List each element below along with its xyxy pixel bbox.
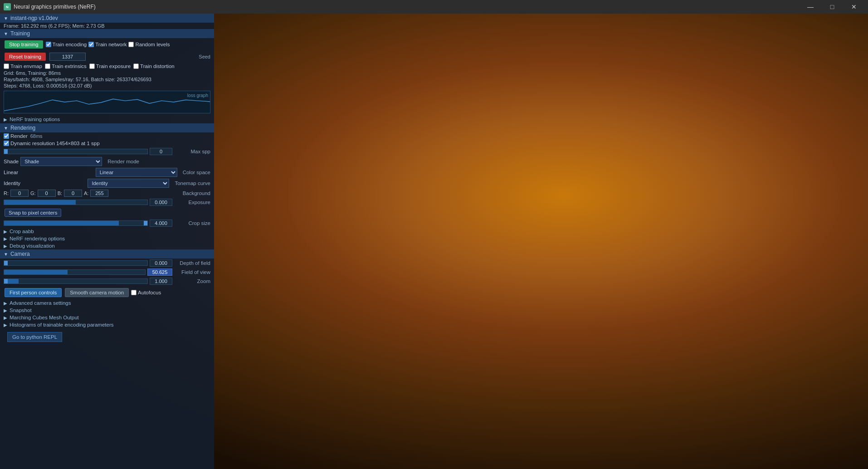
max-spp-label: Max spp (174, 149, 210, 154)
train-extrinsics-label: Train extrinsics (52, 64, 87, 69)
a-input[interactable] (90, 190, 108, 197)
exposure-label: Exposure (174, 200, 210, 205)
identity-label: Identity (4, 181, 20, 186)
dynamic-res-check[interactable]: Dynamic resolution 1454×803 at 1 spp (4, 141, 100, 146)
autofocus-check[interactable]: Autofocus (131, 290, 161, 295)
r-input[interactable] (10, 190, 29, 197)
render-time: 68ms (30, 133, 43, 139)
max-spp-slider[interactable] (4, 149, 148, 154)
nerf-rendering-row[interactable]: ▶ NeRF rendering options (0, 235, 214, 242)
a-label: A: (84, 191, 88, 196)
zoom-value: 1.000 (150, 278, 172, 285)
g-input[interactable] (38, 190, 56, 197)
train-extrinsics-check[interactable]: Train extrinsics (45, 64, 87, 69)
crop-thumb (144, 221, 147, 225)
histograms-arrow: ▶ (4, 322, 7, 327)
background-row: R: G: B: A: Background (0, 189, 214, 198)
train-distortion-label: Train distortion (140, 64, 175, 69)
exposure-slider[interactable] (4, 200, 148, 205)
app-icon: N (4, 3, 11, 10)
histograms-row[interactable]: ▶ Histograms of trainable encoding param… (0, 321, 214, 328)
g-label: G: (30, 191, 36, 196)
train-encoding-check[interactable]: Train encoding (46, 42, 87, 47)
debug-viz-label: Debug visualization (10, 243, 55, 249)
linear-label: Linear (4, 170, 18, 175)
loss-graph-svg (4, 91, 210, 113)
snapshot-row[interactable]: ▶ Snapshot (0, 307, 214, 314)
zoom-label: Zoom (174, 278, 210, 284)
histograms-label: Histograms of trainable encoding paramet… (10, 322, 113, 327)
dof-thumb[interactable] (4, 261, 8, 265)
shade-select[interactable]: Shade (20, 157, 102, 166)
shade-label: Shade (4, 159, 19, 164)
crop-value: 4.000 (150, 220, 172, 227)
debug-viz-row[interactable]: ▶ Debug visualization (0, 242, 214, 249)
snap-button[interactable]: Snap to pixel centers (5, 209, 61, 217)
fov-slider[interactable] (4, 269, 146, 275)
snap-row: Snap to pixel centers (0, 207, 214, 219)
minimize-button[interactable]: — (800, 0, 821, 14)
first-person-button[interactable]: First person controls (5, 288, 62, 297)
nerf-training-label: NeRF training options (10, 117, 60, 122)
random-levels-label: Random levels (135, 42, 170, 47)
stop-training-button[interactable]: Stop training (5, 40, 43, 49)
marching-cubes-row[interactable]: ▶ Marching Cubes Mesh Output (0, 314, 214, 321)
rays-info: Rays/batch: 4608, Samples/ray: 57.16, Ba… (0, 76, 214, 83)
loss-graph-label: loss graph (187, 93, 208, 98)
version-arrow: ▼ (4, 16, 8, 21)
train-exposure-check[interactable]: Train exposure (89, 64, 131, 69)
camera-section-header[interactable]: ▼ Camera (0, 249, 214, 259)
dof-row: 0.000 Depth of field (0, 259, 214, 268)
train-distortion-check[interactable]: Train distortion (133, 64, 175, 69)
dof-slider[interactable] (4, 260, 148, 266)
version-header[interactable]: ▼ instant-ngp v1.0dev (0, 14, 214, 23)
zoom-slider[interactable] (4, 278, 148, 284)
seed-label: Seed (199, 54, 210, 59)
linear-row: Linear Linear Color space (0, 167, 214, 178)
dynamic-res-label: Dynamic resolution 1454×803 at 1 spp (10, 141, 100, 146)
color-space-select[interactable]: Linear (96, 168, 177, 177)
tonemap-select[interactable]: Identity (88, 179, 169, 188)
nerf-training-options[interactable]: ▶ NeRF training options (0, 115, 214, 123)
render-check[interactable]: Render (4, 133, 28, 139)
crop-row: 4.000 Crop size (0, 219, 214, 228)
dof-value: 0.000 (150, 259, 172, 267)
render-label: Render (10, 133, 28, 139)
exposure-fill (4, 200, 76, 205)
crop-aabb-row[interactable]: ▶ Crop aabb (0, 228, 214, 235)
zoom-row: 1.000 Zoom (0, 277, 214, 286)
marching-cubes-label: Marching Cubes Mesh Output (10, 315, 79, 320)
exposure-value: 0.000 (150, 199, 172, 206)
snap-label: Snap to pixel centers (9, 210, 57, 215)
fov-input[interactable] (147, 269, 172, 276)
zoom-thumb[interactable] (4, 279, 8, 283)
marching-cubes-arrow: ▶ (4, 315, 7, 320)
reset-training-button[interactable]: Reset training (5, 53, 46, 61)
training-section-header[interactable]: ▼ Training (0, 29, 214, 38)
title-bar: N Neural graphics primitives (NeRF) — □ … (0, 0, 868, 14)
train-envmap-check[interactable]: Train envmap (4, 64, 42, 69)
camera-label: Camera (10, 251, 30, 257)
smooth-camera-button[interactable]: Smooth camera motion (65, 288, 129, 297)
rendering-section-header[interactable]: ▼ Rendering (0, 123, 214, 132)
python-repl-button[interactable]: Go to python REPL (7, 332, 62, 342)
tonemap-label: Tonemap curve (175, 181, 210, 186)
maximize-button[interactable]: □ (822, 0, 843, 14)
b-input[interactable] (64, 190, 82, 197)
advanced-camera-row[interactable]: ▶ Advanced camera settings (0, 299, 214, 307)
rendering-arrow: ▼ (4, 126, 8, 131)
loss-graph: loss graph (4, 91, 210, 113)
nerf-rendering-arrow: ▶ (4, 236, 7, 241)
training-label: Training (10, 30, 30, 37)
max-spp-thumb[interactable] (4, 149, 8, 154)
advanced-camera-arrow: ▶ (4, 301, 7, 306)
nerf-rendering-label: NeRF rendering options (10, 236, 65, 241)
debug-viz-arrow: ▶ (4, 244, 7, 249)
shade-row: Shade Shade Render mode (0, 156, 214, 167)
crop-slider[interactable] (4, 220, 148, 226)
seed-input[interactable] (49, 53, 86, 61)
train-network-check[interactable]: Train network (88, 42, 127, 47)
close-button[interactable]: ✕ (844, 0, 864, 14)
random-levels-check[interactable]: Random levels (128, 42, 170, 47)
b-label: B: (58, 191, 62, 196)
